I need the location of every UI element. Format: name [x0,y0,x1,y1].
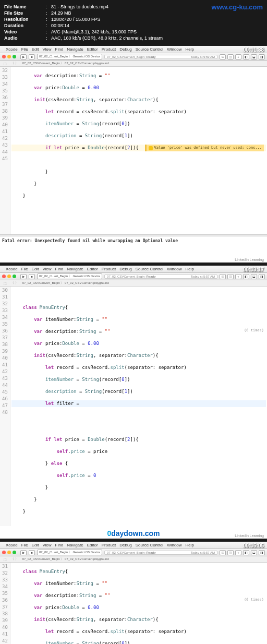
xcode-panel-1: 00:01:38 Xcode File Edit View Find Navig… [0,46,267,263]
warning-icon [149,146,153,150]
menu-find[interactable]: Find [55,47,64,52]
menu-debug[interactable]: Debug [119,47,132,52]
close-icon[interactable] [2,55,6,58]
file-info-header: www.cg-ku.com File Name:81 - Strings to … [0,0,267,46]
xcode-panel-3: 00:05:05 XcodeFileEditViewFindNavigateEd… [0,542,267,644]
scheme-selector[interactable]: 07_02_C...ert_Begin 〉 Generic iOS Device [37,54,102,59]
code-content[interactable]: var description:String = "" var price:Do… [10,67,267,234]
panel-right-icon[interactable]: ◨ [259,54,265,59]
video-timestamp: 00:05:05 [243,543,264,548]
assistant-icon[interactable]: ◫ [227,54,234,59]
menu-view[interactable]: View [42,47,51,52]
watermark-top: www.cg-ku.com [212,3,263,11]
code-editor[interactable]: 3233343536373839404142434445 var descrip… [0,67,267,234]
menu-window[interactable]: Window [167,47,181,52]
line-gutter: 3233343536373839404142434445 [0,67,10,234]
minimize-icon[interactable] [7,55,11,58]
menu-source-control[interactable]: Source Control [136,47,163,52]
linkedin-watermark: LinkedIn Learning [235,534,264,538]
menu-xcode[interactable]: Xcode [6,47,18,52]
result-sidebar: (6 times) [244,327,264,334]
zoom-icon[interactable] [13,55,16,58]
code-editor[interactable]: 31323334353637383940414243444546474849 c… [0,563,267,644]
daydown-watermark: 0daydown.com [107,529,160,538]
toolbar: ▶■ 07_02_C...ert_Begin 〉 Generic iOS Dev… [0,273,267,280]
breadcrumb-bar[interactable]: ⬚〈 〉07_02_CSVConvert_Begin 〉 07_02_CSVCo… [0,61,267,67]
run-button[interactable]: ▶ [20,54,27,59]
editor-mode-icon[interactable]: ⊞ [220,54,226,59]
stop-button[interactable]: ■ [29,54,35,59]
library-icon[interactable]: + [235,54,241,59]
toolbar: ▶ ■ 07_02_C...ert_Begin 〉 Generic iOS De… [0,53,267,61]
window-controls[interactable] [2,55,16,58]
menu-help[interactable]: Help [186,47,194,52]
menubar[interactable]: Xcode File Edit View Find Navigate Edito… [0,46,267,53]
panel-bottom-icon[interactable]: ⬓ [251,54,257,59]
menu-product[interactable]: Product [102,47,116,52]
warning-badge[interactable]: Value 'price' was defined but never used… [145,145,264,151]
result-sidebar: (6 times) [244,597,264,603]
menu-file[interactable]: File [21,47,28,52]
code-editor[interactable]: 30313233343536373839404142434445464748 c… [0,287,267,526]
linkedin-watermark: LinkedIn Learning [235,258,264,261]
menubar[interactable]: XcodeFileEditViewFindNavigateEditorProdu… [0,266,267,273]
menubar[interactable]: XcodeFileEditViewFindNavigateEditorProdu… [0,542,267,549]
console-output[interactable]: Fatal error: Unexpectedly found nil whil… [0,236,267,263]
video-timestamp: 00:03:17 [243,267,264,272]
video-timestamp: 00:01:38 [243,47,264,53]
activity-viewer: 07_02_CSVConvert_Begin: ReadyToday at 9:… [104,55,217,59]
menu-editor[interactable]: Editor [87,47,98,52]
menu-navigate[interactable]: Navigate [67,47,83,52]
menu-edit[interactable]: Edit [32,47,39,52]
xcode-panel-2: 00:03:17 XcodeFileEditViewFindNavigateEd… [0,266,267,539]
panel-left-icon[interactable]: ◧ [243,54,249,59]
